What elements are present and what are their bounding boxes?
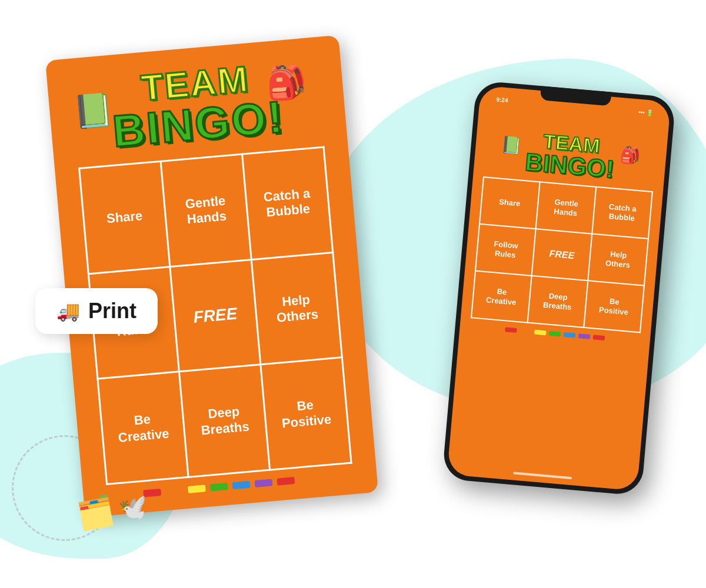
phone-cell-3-1: BeCreative [471,271,532,323]
backpack-icon: 🎒 [265,62,308,103]
phone-cell-1-2: GentleHands [536,182,597,233]
cell-3-3: BePositive [261,358,351,470]
card-title: TEAM BINGO! [108,58,286,154]
phone-crayon-6 [578,333,591,339]
truck-icon: 🚚 [56,300,80,322]
cell-3-2: DeepBreaths [179,365,269,477]
phone: 9:24 ▪▪▪ 🔋 📗 TEAM BINGO! 🎒 Share GentleH… [442,80,676,496]
cell-1-3: Catch aBubble [242,147,333,259]
phone-cell-2-2-free: FREE [532,229,592,280]
phone-crayon-7 [593,335,605,340]
cell-2-3: HelpOthers [251,252,342,365]
phone-crayon-4 [549,331,561,337]
crayon-red2 [277,477,295,486]
phone-crayon-1 [505,327,517,333]
phone-signal: ▪▪▪ 🔋 [638,109,654,116]
phone-cell-2-1: FollowRules [475,224,536,276]
phone-cell-1-1: Share [479,177,540,229]
phone-crayon-2 [519,328,532,334]
bingo-row-1: Share GentleHands Catch aBubble [79,147,333,273]
crayon-orange2 [299,475,317,484]
scene: 📗 🎒 TEAM BINGO! Share GentleHands Catch … [0,0,706,588]
bingo-row-3: BeCreative DeepBreaths BePositive [98,358,351,484]
phone-bingo-grid: Share GentleHands Catch aBubble FollowRu… [471,176,653,333]
phone-crayons [505,327,605,340]
phone-crayon-5 [564,332,576,338]
crayon-purple [255,479,273,487]
crayon-green [210,483,228,492]
phone-cell-1-3: Catch aBubble [592,187,652,239]
phone-cell-2-3: HelpOthers [588,234,648,286]
print-label: Print [88,299,136,323]
book-icon: 📗 [72,91,115,132]
phone-title-bingo: BINGO! [524,149,615,182]
cell-3-1: BeCreative [98,372,188,484]
phone-title: TEAM BINGO! [524,129,617,182]
print-card: 📗 🎒 TEAM BINGO! Share GentleHands Catch … [45,35,378,518]
phone-book-icon: 📗 [501,134,523,155]
phone-screen: 9:24 ▪▪▪ 🔋 📗 TEAM BINGO! 🎒 Share GentleH… [447,85,671,491]
crayon-blue [232,481,251,490]
cell-2-2-free: FREE [170,259,261,372]
print-button[interactable]: 🚚 Print [35,288,158,334]
phone-title-row: 📗 TEAM BINGO! 🎒 [498,110,644,190]
crayon-yellow [188,485,206,493]
crayon-orange [165,487,184,496]
phone-cell-3-2: DeepBreaths [528,276,588,328]
phone-time: 9:24 [496,96,508,104]
phone-cell-3-3: BePositive [584,280,644,332]
phone-backpack-icon: 🎒 [620,145,642,166]
cell-1-2: GentleHands [161,154,251,266]
cell-1-1: Share [79,161,170,273]
phone-crayon-3 [534,330,547,336]
